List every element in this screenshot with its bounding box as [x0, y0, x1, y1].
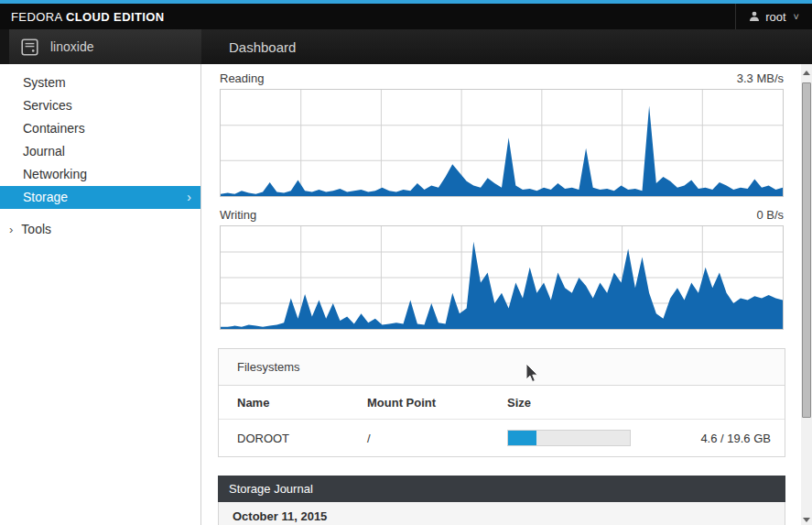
user-icon [749, 11, 760, 22]
writing-chart-title: Writing [220, 208, 256, 222]
storage-journal-title: Storage Journal [218, 476, 785, 502]
sidebar-nav: System Services Containers Journal Netwo… [0, 64, 201, 525]
sidebar-item-services[interactable]: Services [0, 94, 200, 117]
fs-name: DOROOT [219, 420, 367, 457]
vertical-scrollbar[interactable] [801, 64, 812, 525]
server-icon [21, 38, 38, 56]
sidebar-item-label: Tools [21, 218, 51, 241]
reading-chart-labels: Reading 3.3 MB/s [220, 71, 784, 85]
sidebar-item-storage[interactable]: Storage › [0, 186, 200, 209]
main-panel: Reading 3.3 MB/s Writing 0 B/s Filesyste… [201, 64, 812, 525]
fs-usage-bar [507, 420, 635, 457]
brand-bold: CLOUD EDITION [66, 10, 165, 24]
page-title: Dashboard [229, 39, 296, 55]
scrollbar-thumb[interactable] [802, 82, 811, 418]
filesystems-table: Name Mount Point Size DOROOT / 4.6 / 19.… [219, 386, 785, 456]
filesystems-panel-title: Filesystems [219, 349, 785, 386]
masthead: FEDORA CLOUD EDITION root ˅ [0, 4, 812, 29]
sub-header: linoxide Dashboard [0, 29, 812, 64]
host-selector[interactable]: linoxide [0, 29, 201, 64]
storage-journal-panel: Storage Journal October 11, 2015 [218, 476, 785, 525]
sidebar-item-networking[interactable]: Networking [0, 163, 200, 186]
reading-rate-value: 3.3 MB/s [737, 71, 784, 85]
sidebar-item-journal[interactable]: Journal [0, 140, 200, 163]
chevron-right-icon: › [187, 186, 191, 209]
chevron-down-icon: ˅ [794, 11, 799, 22]
reading-chart-title: Reading [220, 71, 264, 85]
writing-chart [220, 225, 784, 330]
page-header: Dashboard [201, 29, 812, 64]
filesystems-panel: Filesystems Name Mount Point Size DOROOT… [218, 348, 785, 457]
column-header-spacer [635, 386, 785, 420]
filesystems-header-row: Name Mount Point Size [219, 386, 785, 420]
sidebar-item-tools[interactable]: › Tools [0, 218, 200, 241]
usage-bar-track [507, 430, 631, 446]
writing-chart-labels: Writing 0 B/s [220, 208, 784, 222]
brand-title: FEDORA CLOUD EDITION [11, 10, 165, 24]
column-header-size: Size [507, 386, 635, 420]
column-header-mount-point: Mount Point [367, 386, 507, 420]
scroll-down-icon[interactable] [803, 518, 810, 522]
chevron-right-icon: › [9, 218, 13, 241]
sidebar-item-label: Storage [23, 186, 68, 209]
writing-rate-value: 0 B/s [756, 208, 784, 222]
table-row[interactable]: DOROOT / 4.6 / 19.6 GB [219, 420, 785, 457]
scroll-up-icon[interactable] [803, 71, 810, 75]
usage-bar-fill [508, 431, 536, 445]
fs-size-label: 4.6 / 19.6 GB [635, 420, 785, 457]
sidebar-item-containers[interactable]: Containers [0, 117, 200, 140]
host-name: linoxide [50, 39, 93, 54]
reading-chart [220, 89, 784, 197]
sidebar-item-system[interactable]: System [0, 71, 200, 94]
brand-prefix: FEDORA [11, 10, 66, 24]
journal-date-header: October 11, 2015 [218, 502, 785, 525]
fs-mount-point: / [367, 420, 507, 457]
user-name: root [765, 10, 785, 24]
content-area: System Services Containers Journal Netwo… [0, 64, 812, 525]
column-header-name: Name [219, 386, 367, 420]
user-menu[interactable]: root ˅ [735, 4, 812, 29]
